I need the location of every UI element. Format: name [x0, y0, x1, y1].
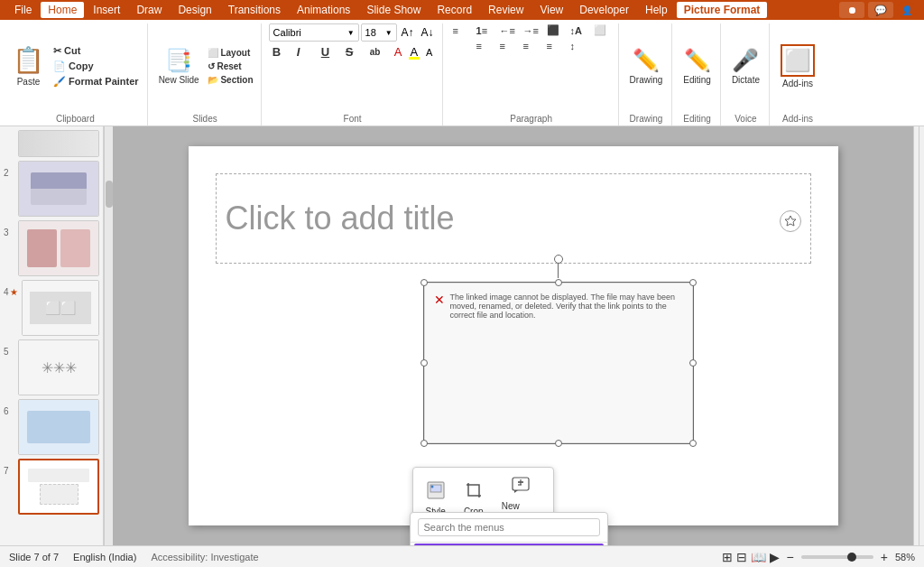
handle-bm[interactable] — [555, 440, 562, 447]
format-painter-button[interactable]: 🖌️ Format Painter — [51, 75, 142, 88]
menu-insert[interactable]: Insert — [86, 2, 127, 18]
slide-img-7[interactable] — [18, 459, 99, 515]
canvas-scrollbar[interactable] — [913, 126, 924, 545]
slide-sorter-button[interactable]: ⊟ — [736, 550, 747, 564]
menu-view[interactable]: View — [532, 2, 570, 18]
menu-transitions[interactable]: Transitions — [221, 2, 288, 18]
menu-slideshow[interactable]: Slide Show — [359, 2, 428, 18]
addins-button[interactable]: ⬜ Add-ins — [777, 37, 818, 95]
line-spacing-button[interactable]: ↕ — [568, 40, 589, 52]
slide-thumb-3[interactable]: 3 — [4, 220, 99, 276]
bullets-button[interactable]: ≡ — [450, 23, 472, 37]
accessibility[interactable]: Accessibility: Investigate — [151, 552, 258, 562]
rotate-circle[interactable] — [554, 255, 563, 264]
decrease-indent-button[interactable]: ←≡ — [497, 23, 519, 37]
slide-scrollbar-thumb[interactable] — [106, 181, 113, 208]
align-left-button[interactable]: ≡ — [474, 40, 495, 52]
comment-button[interactable]: 💬 — [868, 2, 893, 18]
menu-developer[interactable]: Developer — [572, 2, 636, 18]
font-color-button[interactable]: A — [392, 44, 405, 60]
handle-tm[interactable] — [555, 279, 562, 286]
record-button[interactable]: ⏺ — [839, 2, 864, 18]
slide-options: ⬜ Layout ↺ Reset 📂 Section — [206, 47, 255, 86]
italic-button[interactable]: I — [294, 44, 316, 60]
copy-button[interactable]: 📄 Copy — [51, 60, 97, 73]
reset-button[interactable]: ↺ Reset — [206, 60, 255, 72]
slide-thumb-4[interactable]: 4★ ⬜⬜ — [4, 280, 99, 336]
handle-ml[interactable] — [420, 359, 428, 367]
dictate-button[interactable]: 🎤 Dictate — [728, 37, 763, 95]
menu-picture-format[interactable]: Picture Format — [677, 2, 768, 18]
editing-button[interactable]: ✏️ Editing — [679, 37, 715, 95]
menu-draw[interactable]: Draw — [129, 2, 169, 18]
decrease-font-button[interactable]: A↓ — [419, 25, 437, 40]
menu-review[interactable]: Review — [481, 2, 531, 18]
align-right-button[interactable]: ≡ — [521, 40, 542, 52]
slide-thumb-1[interactable] — [4, 130, 99, 157]
cut-menu-item[interactable]: ✂ Cut — [414, 544, 604, 545]
slide-canvas[interactable]: Click to add title — [189, 146, 838, 525]
slide-thumb-5[interactable]: 5 ✳✳✳ — [4, 339, 99, 395]
slide-img-2[interactable] — [18, 161, 99, 217]
status-bar: Slide 7 of 7 English (India) Accessibili… — [0, 545, 924, 567]
justify-button[interactable]: ≡ — [544, 40, 566, 52]
text-direction-button[interactable]: ↕A — [568, 23, 589, 37]
handle-tr[interactable] — [689, 279, 697, 286]
slide-img-4[interactable]: ⬜⬜ — [22, 280, 99, 336]
align-center-button[interactable]: ≡ — [497, 40, 519, 52]
user-button[interactable]: 👤 — [897, 2, 917, 18]
slide-thumb-7[interactable]: 7 — [4, 459, 99, 515]
slide-img-3[interactable] — [18, 220, 99, 276]
paste-button[interactable]: 📋 Paste — [9, 37, 48, 95]
normal-view-button[interactable]: ⊞ — [722, 550, 733, 564]
slide-thumb-2[interactable]: 2 — [4, 161, 99, 217]
reading-view-button[interactable]: 📖 — [751, 550, 766, 564]
image-container[interactable]: ✕ The linked image cannot be displayed. … — [423, 282, 694, 444]
font-size-dropdown[interactable]: 18 ▼ — [361, 23, 397, 42]
zoom-in-button[interactable]: + — [881, 550, 888, 564]
new-slide-button[interactable]: 📑 New Slide — [155, 37, 203, 95]
slide-img-1[interactable] — [18, 130, 99, 157]
canvas-area[interactable]: Click to add title — [113, 126, 913, 545]
underline-button[interactable]: U — [319, 44, 340, 60]
menu-home[interactable]: Home — [41, 2, 84, 18]
zoom-slider[interactable] — [801, 555, 873, 559]
layout-button[interactable]: ⬜ Layout — [206, 47, 255, 59]
menu-animations[interactable]: Animations — [290, 2, 357, 18]
menu-file[interactable]: File — [7, 2, 39, 18]
zoom-level[interactable]: 58% — [895, 552, 915, 562]
numbering-button[interactable]: 1≡ — [474, 23, 495, 37]
handle-tl[interactable] — [420, 279, 428, 286]
menu-design[interactable]: Design — [171, 2, 218, 18]
addins-label: Add-ins — [782, 79, 813, 88]
rotate-handle[interactable] — [554, 255, 563, 278]
slide-thumb-6[interactable]: 6 — [4, 399, 99, 455]
context-search-input[interactable] — [418, 518, 600, 536]
menu-help[interactable]: Help — [638, 2, 675, 18]
bold-button[interactable]: B — [270, 44, 291, 60]
increase-indent-button[interactable]: →≡ — [521, 23, 542, 37]
strikethrough-button[interactable]: S — [343, 44, 365, 60]
slideshow-button[interactable]: ▶ — [770, 550, 780, 564]
handle-mr[interactable] — [689, 359, 697, 367]
slide-img-5[interactable]: ✳✳✳ — [18, 339, 99, 395]
increase-font-button[interactable]: A↑ — [399, 25, 417, 40]
shadow-button[interactable]: ab — [367, 46, 389, 58]
clear-format-button[interactable]: A — [423, 46, 435, 59]
slide-panel-scrollbar[interactable] — [104, 126, 113, 545]
designer-icon[interactable] — [780, 210, 801, 232]
drawing-button[interactable]: ✏️ Drawing — [626, 37, 667, 95]
zoom-out-button[interactable]: − — [787, 550, 794, 564]
slide-img-6[interactable] — [18, 399, 99, 455]
convert-smartart-button[interactable]: ⬜ — [591, 23, 613, 37]
cut-button[interactable]: ✂ Cut — [51, 44, 83, 58]
highlight-color-button[interactable]: A — [407, 44, 420, 60]
handle-br[interactable] — [689, 440, 697, 447]
font-family-dropdown[interactable]: Calibri ▼ — [269, 23, 359, 42]
menu-record[interactable]: Record — [430, 2, 479, 18]
title-placeholder[interactable]: Click to add title — [216, 173, 811, 264]
section-button[interactable]: 📂 Section — [206, 74, 255, 86]
column-button[interactable]: ⬛ — [544, 23, 566, 37]
slide-num-3: 3 — [4, 220, 14, 237]
handle-bl[interactable] — [420, 440, 428, 447]
